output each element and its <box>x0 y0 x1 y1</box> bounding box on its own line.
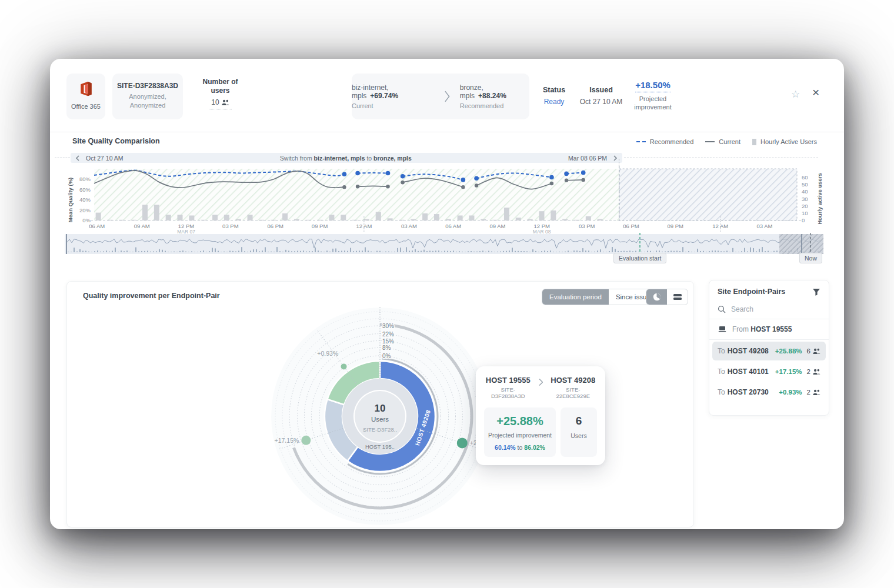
svg-text:60%: 60% <box>79 186 91 193</box>
hourly-users-bar <box>481 219 486 220</box>
hourly-users-bar <box>259 220 264 220</box>
tooltip-users-label: Users <box>564 432 593 439</box>
pie-view-icon[interactable] <box>646 289 667 305</box>
from-label: From <box>732 325 749 333</box>
pair-user-count: 2 <box>807 389 810 396</box>
pair-host: HOST 20730 <box>728 388 779 396</box>
projected-label-2: improvement <box>634 103 672 111</box>
pair-row-host-49208[interactable]: ToHOST 49208+25.88%6 <box>712 342 826 360</box>
improvement-dot-host-49208 <box>457 437 468 448</box>
recommended-path-label: Recommended <box>460 102 529 109</box>
hourly-users-bar <box>492 220 498 220</box>
tooltip-from-site: SITE-D3F2838A3D <box>484 386 532 399</box>
now-tag: Now <box>799 253 822 263</box>
from-host-row: From HOST 19555 <box>709 319 829 340</box>
list-view-icon[interactable] <box>667 289 688 305</box>
hourly-users-bar <box>131 220 136 220</box>
range-dash-right <box>624 158 818 158</box>
page: Office 365 SITE-D3F2838A3D Anonymized, A… <box>0 0 894 588</box>
toggle-evaluation-period[interactable]: Evaluation period <box>542 289 609 305</box>
hourly-users-bar <box>294 219 299 220</box>
host-device-icon <box>718 326 727 333</box>
range-dash-left <box>55 158 70 158</box>
range-next-icon[interactable] <box>613 155 618 161</box>
legend-swatch-solid <box>705 141 715 142</box>
users-icon <box>813 369 820 375</box>
issued-value: Oct 27 10 AM <box>575 98 628 106</box>
svg-text:06 PM: 06 PM <box>623 223 639 229</box>
pair-to-label: To <box>718 347 725 355</box>
recommendation-detail-window: Office 365 SITE-D3F2838A3D Anonymized, A… <box>50 59 844 529</box>
pair-row-host-20730[interactable]: ToHOST 20730+0.93%2 <box>712 383 826 402</box>
svg-text:09 PM: 09 PM <box>668 223 684 229</box>
users-icon <box>813 348 820 355</box>
view-toggle <box>646 289 688 305</box>
svg-text:06 AM: 06 AM <box>445 223 461 229</box>
legend-item-1[interactable]: Current <box>705 138 740 145</box>
hourly-users-bar <box>422 213 428 220</box>
hourly-users-bar <box>142 205 148 220</box>
header-divider <box>50 132 844 132</box>
issued-label: Issued <box>575 86 628 94</box>
legend-item-0[interactable]: Recommended <box>636 138 694 145</box>
svg-text:09 PM: 09 PM <box>312 223 328 229</box>
hourly-users-bar <box>469 215 474 220</box>
projected-improvement-block: +18.50% Projected improvement <box>625 80 680 111</box>
legend-label: Hourly Active Users <box>760 138 817 145</box>
hourly-users-bar <box>224 215 229 220</box>
close-icon[interactable]: × <box>812 85 819 99</box>
sidebar-title: Site Endpoint-Pairs <box>718 288 785 296</box>
issued-block: Issued Oct 27 10 AM <box>575 86 628 106</box>
hourly-users-bar <box>236 219 241 220</box>
inner-ring-host-label: HOST 195.. <box>365 443 395 450</box>
hourly-users-bar <box>516 218 521 220</box>
tooltip-users-value: 6 <box>564 415 593 427</box>
hourly-users-bar <box>562 219 568 220</box>
time-range-bar[interactable]: Oct 27 10 AM Switch from biz-internet, m… <box>71 153 622 163</box>
pair-improvement: +0.93% <box>779 389 802 396</box>
quality-card-title: Quality improvement per Endpoint-Pair <box>83 292 220 300</box>
filter-icon[interactable] <box>812 288 820 296</box>
svg-text:0: 0 <box>802 217 805 223</box>
range-end: Mar 08 06 PM <box>568 155 607 162</box>
office-365-logo <box>78 81 94 97</box>
pair-row-host-40101[interactable]: ToHOST 40101+17.15%2 <box>712 362 826 381</box>
svg-text:03 PM: 03 PM <box>579 223 595 229</box>
site-id: SITE-D3F2838A3D <box>112 82 183 90</box>
site-sub-line1: Anonymized, <box>129 93 166 100</box>
hourly-users-bar <box>306 220 311 220</box>
hourly-users-bar <box>434 214 439 220</box>
recommended-path-value: +88.24% <box>478 92 506 100</box>
tooltip-from-host: HOST 19555 <box>484 376 532 385</box>
svg-text:Mean Quality (%): Mean Quality (%) <box>67 178 74 223</box>
endpoint-pair-donut-chart[interactable]: +25.88%HOST 49208+17.15%+0.93%10UsersSIT… <box>268 305 492 528</box>
legend-swatch-dashed <box>636 141 646 142</box>
site-endpoint-pairs-panel: Site Endpoint-Pairs From HOST 19555 ToHO… <box>709 280 829 416</box>
search-input[interactable] <box>731 305 802 313</box>
legend-item-2[interactable]: Hourly Active Users <box>752 138 817 145</box>
site-card: SITE-D3F2838A3D Anonymized, Anonymized <box>112 74 183 119</box>
improvement-dot-host-40101 <box>301 436 311 445</box>
improvement-dot-host-20730 <box>341 363 347 369</box>
current-path-value: +69.74% <box>370 92 398 100</box>
search-icon <box>718 305 726 313</box>
from-host: HOST 19555 <box>750 325 792 333</box>
range-prev-icon[interactable] <box>75 155 80 161</box>
site-quality-chart[interactable]: 0%20%40%60%80%Mean Quality (%)0102030405… <box>65 166 829 234</box>
center-site-label: SITE-D3F28.. <box>363 426 397 433</box>
favorite-star-icon[interactable]: ☆ <box>791 88 800 101</box>
hourly-users-bar <box>271 220 276 220</box>
timeline-scrubber[interactable] <box>65 233 829 256</box>
hourly-users-bar <box>539 211 544 220</box>
path-comparison-card: biz-internet, mpls+69.74% Current bronze… <box>352 74 529 119</box>
users-count[interactable]: 10 <box>209 96 231 109</box>
svg-text:60: 60 <box>802 174 808 181</box>
projected-improvement-value[interactable]: +18.50% <box>635 80 670 92</box>
hourly-users-bar <box>189 215 194 220</box>
quality-improvement-card: Quality improvement per Endpoint-Pair Ev… <box>66 281 694 527</box>
range-switch-text: Switch from biz-internet, mpls to bronze… <box>124 155 568 162</box>
svg-text:Hourly active users: Hourly active users <box>816 173 823 225</box>
svg-text:03 AM: 03 AM <box>757 223 773 229</box>
pair-improvement: +25.88% <box>775 348 802 355</box>
hourly-users-bar <box>399 220 404 220</box>
